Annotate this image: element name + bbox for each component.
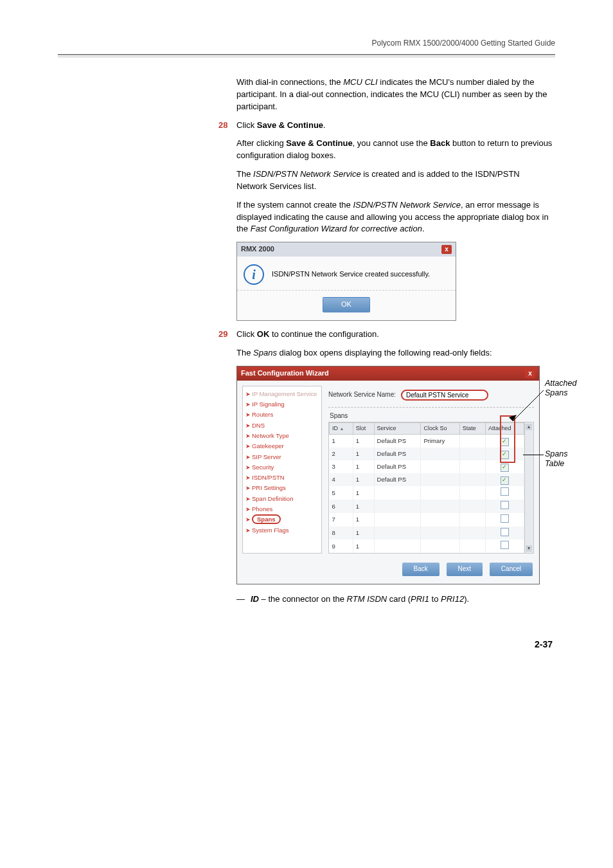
- p5-em: Spans: [253, 348, 277, 357]
- step-28: 28 Click Save & Continue.: [218, 120, 553, 132]
- wizard-close-icon[interactable]: x: [525, 369, 535, 378]
- foot-a: – the connector on the: [259, 594, 347, 604]
- step-28-number: 28: [218, 120, 236, 132]
- spans-row[interactable]: 11Default PSPrimary✓: [330, 435, 524, 448]
- sidebar-item-routers[interactable]: ➤Routers: [244, 410, 320, 420]
- sidebar-item-system-flags[interactable]: ➤System Flags: [244, 525, 320, 536]
- paragraph-3: The ISDN/PSTN Network Service is created…: [236, 168, 553, 193]
- spans-row[interactable]: 51: [330, 486, 524, 500]
- sidebar-item-ip-signaling[interactable]: ➤IP Signaling: [244, 399, 320, 410]
- msgbox-title-text: RMX 2000: [241, 244, 274, 255]
- paragraph-5: The Spans dialog box opens displaying th…: [236, 347, 553, 359]
- p5-b: dialog box opens displaying the followin…: [277, 348, 492, 357]
- wizard-next-button[interactable]: Next: [447, 563, 483, 576]
- foot-em: ID: [251, 594, 259, 604]
- sidebar-item-dns[interactable]: ➤DNS: [244, 420, 320, 431]
- foot-c: to: [429, 594, 441, 604]
- p1-em: MCU CLI: [343, 77, 377, 87]
- p4-a: If the system cannot create the: [236, 200, 353, 210]
- sidebar-item-isdn-pstn[interactable]: ➤ISDN/PSTN: [244, 473, 320, 483]
- sidebar-item-spans[interactable]: ➤Spans: [244, 514, 281, 525]
- foot-em2: RTM ISDN: [347, 594, 387, 604]
- ns-label: Network Service Name:: [328, 390, 396, 400]
- p4-em2: Fast Configuration Wizard for corrective…: [251, 224, 422, 233]
- p3-em: ISDN/PSTN Network Service: [253, 169, 361, 179]
- scroll-down-icon[interactable]: ▾: [526, 545, 532, 552]
- attached-checkbox[interactable]: ✓: [501, 451, 509, 459]
- spans-row[interactable]: 71: [330, 513, 524, 527]
- spans-col-attached[interactable]: Attached: [485, 423, 524, 435]
- spans-table-wrap: ID ▲SlotServiceClock SoStateAttached 11D…: [328, 422, 534, 554]
- footnote-dash: —: [236, 593, 251, 606]
- step-28-c: .: [323, 120, 326, 130]
- attached-checkbox[interactable]: [501, 541, 509, 549]
- spans-col-id[interactable]: ID ▲: [330, 423, 353, 435]
- wizard-title-text: Fast Configuration Wizard: [241, 368, 329, 379]
- ns-name-input[interactable]: [401, 390, 488, 401]
- sidebar-item-network-type[interactable]: ➤Network Type: [244, 431, 320, 441]
- spans-row[interactable]: 41Default PS✓: [330, 473, 524, 486]
- msgbox-ok-button[interactable]: OK: [323, 297, 370, 312]
- sidebar-item-sip-server[interactable]: ➤SIP Server: [244, 452, 320, 462]
- annot-attached-spans: Attached Spans: [545, 379, 590, 398]
- p2-c: , you cannot use the: [353, 138, 431, 148]
- sidebar-item-ip-management-service[interactable]: ➤IP Management Service: [244, 389, 320, 399]
- spans-row[interactable]: 31Default PS✓: [330, 460, 524, 473]
- wizard-cancel-button[interactable]: Cancel: [490, 563, 533, 576]
- foot-em4: PRI12: [441, 594, 464, 604]
- step-28-a: Click: [236, 120, 257, 130]
- step-29-c: to continue the configuration.: [269, 329, 379, 339]
- header-rule-2: [58, 57, 555, 57]
- sidebar-item-security[interactable]: ➤Security: [244, 462, 320, 473]
- spans-col-clock-so[interactable]: Clock So: [421, 423, 459, 435]
- msgbox-close-icon[interactable]: x: [441, 245, 452, 254]
- spans-row[interactable]: 91: [330, 539, 524, 553]
- footnote-id: — ID – the connector on the RTM ISDN car…: [236, 593, 553, 606]
- sidebar-item-pri-settings[interactable]: ➤PRI Settings: [244, 483, 320, 493]
- paragraph-4: If the system cannot create the ISDN/PST…: [236, 199, 553, 236]
- msgbox-text: ISDN/PSTN Network Service created succes…: [272, 269, 430, 280]
- step-29-b: OK: [257, 329, 270, 339]
- msgbox-success: RMX 2000 x i ISDN/PSTN Network Service c…: [236, 242, 456, 321]
- foot-d: ).: [464, 594, 469, 604]
- annot-spans-table: Spans Table: [545, 449, 583, 469]
- attached-checkbox[interactable]: ✓: [501, 476, 509, 485]
- wizard-sidebar: ➤IP Management Service➤IP Signaling➤Rout…: [242, 386, 322, 554]
- spans-col-slot[interactable]: Slot: [353, 423, 374, 435]
- p5-a: The: [236, 348, 253, 357]
- spans-row[interactable]: 61: [330, 500, 524, 513]
- attached-checkbox[interactable]: [501, 487, 509, 496]
- p4-c: .: [422, 224, 425, 233]
- foot-em3: PRI1: [411, 594, 429, 604]
- wizard-dialog: Fast Configuration Wizard x ➤IP Manageme…: [236, 366, 540, 584]
- attached-checkbox[interactable]: ✓: [501, 438, 509, 446]
- spans-col-state[interactable]: State: [459, 423, 485, 435]
- spans-scrollbar[interactable]: ▴ ▾: [524, 422, 533, 553]
- step-29-a: Click: [236, 329, 257, 339]
- spans-row[interactable]: 21Default PS✓: [330, 448, 524, 460]
- step-29: 29 Click OK to continue the configuratio…: [218, 329, 553, 341]
- annot-spans-table-line: [523, 455, 544, 455]
- wizard-titlebar: Fast Configuration Wizard x: [237, 366, 539, 381]
- sidebar-item-span-definition[interactable]: ➤Span Definition: [244, 494, 320, 504]
- sidebar-item-gatekeeper[interactable]: ➤Gatekeeper: [244, 441, 320, 451]
- spans-col-service[interactable]: Service: [374, 423, 421, 435]
- spans-table: ID ▲SlotServiceClock SoStateAttached 11D…: [329, 422, 524, 553]
- wizard-back-button[interactable]: Back: [402, 563, 440, 576]
- p1-a: With dial-in connections, the: [236, 77, 343, 87]
- page-number: 2-37: [218, 638, 553, 651]
- paragraph-1: With dial-in connections, the MCU CLI in…: [236, 77, 553, 113]
- attached-checkbox[interactable]: [501, 514, 509, 523]
- step-29-number: 29: [218, 329, 236, 341]
- scroll-up-icon[interactable]: ▴: [526, 424, 532, 430]
- attached-checkbox[interactable]: [501, 501, 509, 509]
- sidebar-item-phones[interactable]: ➤Phones: [244, 504, 320, 514]
- step-28-b: Save & Continue: [257, 120, 323, 130]
- spans-section-label: Spans: [330, 411, 534, 421]
- header-rule-1: [58, 54, 555, 55]
- spans-row[interactable]: 81: [330, 527, 524, 540]
- p2-a: After clicking: [236, 138, 286, 148]
- attached-checkbox[interactable]: ✓: [501, 464, 509, 472]
- attached-checkbox[interactable]: [501, 528, 509, 536]
- foot-b: card (: [387, 594, 411, 604]
